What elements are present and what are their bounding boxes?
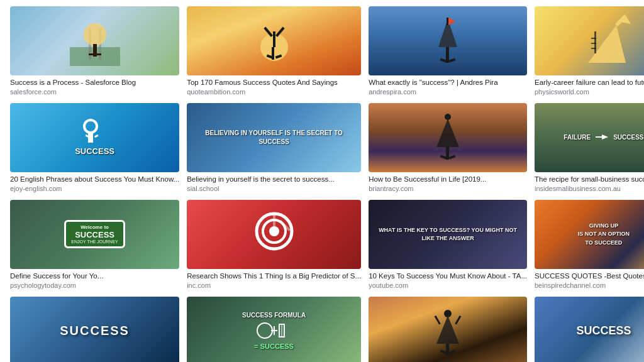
svg-rect-48 [273,212,275,226]
card-title: Define Success for Your Yo... [10,272,179,281]
card-title: How to Be Successful in Life [2019... [369,175,527,184]
svg-point-34 [445,114,451,120]
card-image: SUCCESS [10,297,179,362]
card-title: 10 Keys To Success You Must Know About -… [369,272,527,281]
card-source: briantracy.com [369,185,527,192]
card-title: Top 170 Famous Success Quotes And Saying… [187,78,361,87]
svg-point-55 [257,323,272,338]
svg-rect-62 [435,315,441,324]
list-item[interactable]: GIVING UPIS NOT AN OPTIONTO SUCCEED SUCC… [535,200,644,289]
list-item[interactable]: mountain success [369,297,527,362]
svg-point-26 [84,120,97,133]
card-image [187,200,361,269]
card-image [369,6,527,75]
list-item[interactable]: SUCCESS SUCCESS [10,297,179,362]
card-source: beinspiredchannel.com [535,282,644,289]
list-item[interactable]: Top 170 Famous Success Quotes And Saying… [187,6,361,96]
card-source: quoteambition.com [187,88,361,96]
card-source: insidesmalibusiness.com.au [535,185,644,192]
overlay-text: SUCCESS [75,146,114,156]
card-image [10,6,179,75]
card-image: SUCCESS [535,297,644,362]
overlay-text: BELIEVING IN YOURSELF IS THE SECRET TO S… [192,129,356,146]
card-source: physicsworld.com [535,88,644,96]
card-title: Research Shows This 1 Thing Is a Big Pre… [187,272,361,281]
svg-rect-5 [89,53,101,55]
overlay-text: FAILURE [564,134,591,141]
list-item[interactable]: What exactly is "success"? | Andres Pira… [369,6,527,96]
card-source: ejoy-english.com [10,185,179,192]
card-title: SUCCESS QUOTES -Best Quotes About... [535,272,644,281]
svg-rect-24 [591,43,596,44]
overlay-text: GIVING UPIS NOT AN OPTIONTO SUCCEED [578,222,630,248]
svg-rect-25 [591,48,596,49]
card-source: inc.com [187,282,361,289]
card-image [535,6,644,75]
svg-rect-27 [88,133,93,143]
card-source: andrespira.com [369,88,527,96]
svg-rect-7 [273,31,275,47]
list-item[interactable]: Success is a Process - Salesforce Blog s… [10,6,179,96]
card-source: sial.school [187,185,361,192]
svg-point-61 [444,310,452,317]
card-title: Early-career failure can lead to futu... [535,78,644,87]
overlay-text-2: SUCCESS [613,134,643,141]
card-title: The recipe for small-business success... [535,175,644,184]
list-item[interactable]: SUCCESS FORMULA = SUCCESS SUCCESS FORMUL… [187,297,361,362]
svg-rect-63 [455,315,461,324]
card-title: 20 English Phrases about Success You Mus… [10,175,179,184]
list-item[interactable]: WHAT IS THE KEY TO SUCCESS? YOU MIGHT NO… [369,200,527,289]
svg-marker-60 [436,315,459,344]
card-image: FAILURE SUCCESS [535,103,644,172]
card-image: SUCCESS [10,103,179,172]
svg-rect-22 [594,31,596,53]
svg-rect-66 [449,349,456,354]
svg-rect-18 [449,58,456,62]
card-image: SUCCESS FORMULA = SUCCESS [187,297,361,362]
card-image [187,6,361,75]
svg-rect-65 [440,349,447,354]
card-image: WHAT IS THE KEY TO SUCCESS? YOU MIGHT NO… [369,200,527,269]
list-item[interactable]: Welcome to SUCCESS ENJOY THE JOURNEY Def… [10,200,179,289]
list-item[interactable]: Early-career failure can lead to futu...… [535,6,644,96]
card-image [369,297,527,362]
svg-rect-17 [440,58,447,62]
overlay-text: SUCCESS FORMULA [242,312,306,319]
card-title: Believing in yourself is the secret to s… [187,175,361,184]
image-grid: Success is a Process - Salesforce Blog s… [10,6,634,362]
svg-rect-33 [449,155,456,159]
overlay-text: SUCCESS [60,324,130,338]
card-image [369,103,527,172]
list-item[interactable]: How to Be Successful in Life [2019... br… [369,103,527,192]
svg-marker-36 [602,134,608,140]
card-source: psychologytoday.com [10,282,179,289]
card-title: Success is a Process - Salesforce Blog [10,78,179,87]
svg-rect-64 [446,344,449,355]
svg-marker-30 [436,119,459,147]
list-item[interactable]: Research Shows This 1 Thing Is a Big Pre… [187,200,361,289]
svg-rect-32 [440,155,447,159]
card-image: GIVING UPIS NOT AN OPTIONTO SUCCEED [535,200,644,269]
card-source: salesforce.com [10,88,179,96]
card-source: youtube.com [369,282,527,289]
card-image: BELIEVING IN YOURSELF IS THE SECRET TO S… [187,103,361,172]
svg-rect-14 [447,18,448,25]
overlay-text: SUCCESS [576,324,631,337]
card-title: What exactly is "success"? | Andres Pira [369,78,527,87]
list-item[interactable]: SUCCESS 20 English Phrases about Success… [10,103,179,192]
svg-marker-15 [448,18,455,25]
sign-element: Welcome to SUCCESS ENJOY THE JOURNEY [64,220,125,248]
list-item[interactable]: BELIEVING IN YOURSELF IS THE SECRET TO S… [187,103,361,192]
overlay-text-2: = SUCCESS [254,343,294,350]
svg-point-47 [269,226,279,236]
svg-rect-23 [591,38,596,39]
list-item[interactable]: SUCCESS SUCCESS [535,297,644,362]
card-image: Welcome to SUCCESS ENJOY THE JOURNEY [10,200,179,269]
overlay-text: WHAT IS THE KEY TO SUCCESS? YOU MIGHT NO… [374,226,522,242]
svg-point-3 [84,23,106,46]
list-item[interactable]: FAILURE SUCCESS The recipe for small-bus… [535,103,644,192]
svg-rect-29 [94,134,98,138]
